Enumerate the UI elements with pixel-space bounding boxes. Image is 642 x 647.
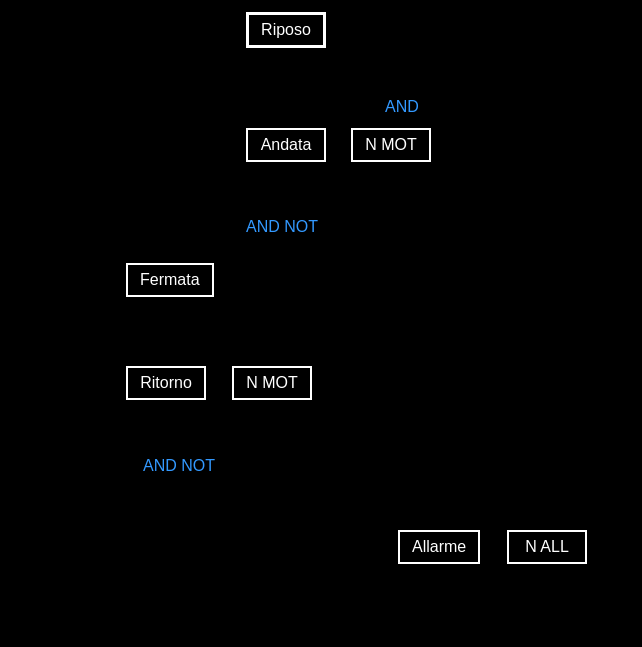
node-n-mot-2[interactable]: N MOT: [232, 366, 312, 400]
node-n-mot-1[interactable]: N MOT: [351, 128, 431, 162]
operator-and-not-2-label: AND NOT: [143, 457, 215, 474]
node-n-all[interactable]: N ALL: [507, 530, 587, 564]
operator-and-not-2: AND NOT: [143, 457, 215, 475]
node-fermata-label: Fermata: [140, 271, 200, 289]
operator-and-1-label: AND: [385, 98, 419, 115]
node-andata-label: Andata: [261, 136, 312, 154]
node-allarme[interactable]: Allarme: [398, 530, 480, 564]
operator-and-1: AND: [385, 98, 419, 116]
node-n-mot-2-label: N MOT: [246, 374, 298, 392]
node-ritorno[interactable]: Ritorno: [126, 366, 206, 400]
node-riposo[interactable]: Riposo: [246, 12, 326, 48]
node-allarme-label: Allarme: [412, 538, 466, 556]
operator-and-not-1-label: AND NOT: [246, 218, 318, 235]
node-n-mot-1-label: N MOT: [365, 136, 417, 154]
operator-and-not-1: AND NOT: [246, 218, 318, 236]
node-andata[interactable]: Andata: [246, 128, 326, 162]
node-n-all-label: N ALL: [525, 538, 569, 556]
node-ritorno-label: Ritorno: [140, 374, 192, 392]
node-riposo-label: Riposo: [261, 21, 311, 39]
canvas: Riposo AND Andata N MOT AND NOT Fermata …: [0, 0, 642, 647]
node-fermata[interactable]: Fermata: [126, 263, 214, 297]
